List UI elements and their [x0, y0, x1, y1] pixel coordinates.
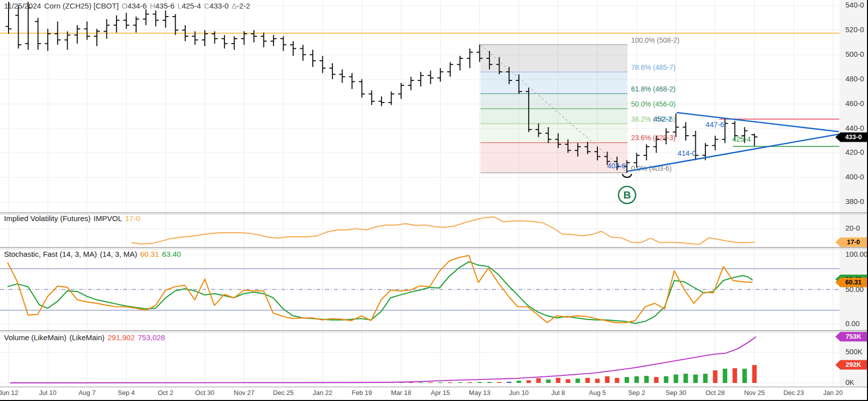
- volume-bar: [615, 378, 619, 383]
- date-label: Jun 10: [509, 389, 529, 396]
- title-change: Δ-2-2: [232, 2, 251, 10]
- title-open: O434-6: [121, 2, 147, 10]
- low-marker-arc[interactable]: [623, 174, 632, 177]
- date-label: Aug 7: [78, 389, 95, 396]
- volume-bar: [467, 382, 472, 383]
- axis-tag-label: 17-0: [847, 238, 860, 246]
- fib-level-label[interactable]: 100.0% (508-2): [631, 36, 680, 44]
- date-label: May 13: [469, 389, 490, 396]
- volume-panel-title[interactable]: Volume (LikeMain) (LikeMain) 291,902 753…: [4, 333, 165, 342]
- price-annotation[interactable]: 447-6: [705, 121, 724, 129]
- volume-bar: [644, 376, 649, 383]
- date-label: Nov 27: [234, 389, 255, 396]
- volume-bar: [752, 365, 757, 383]
- date-label: Aug 5: [589, 389, 606, 396]
- date-label: Mar 18: [391, 389, 411, 396]
- volume-bar: [635, 376, 639, 383]
- price-annotation[interactable]: 414-0: [677, 149, 696, 157]
- chart-title[interactable]: 11/25/2024 Corn (ZCH25) [CBOT] O434-6 H4…: [4, 2, 250, 10]
- volume-bar: [507, 382, 512, 383]
- price-annotation[interactable]: 403-6: [607, 162, 626, 170]
- stoch-axis-label: 0.00: [845, 320, 859, 328]
- stoch-name: Stochastic, Fast (14, 3, MA): [4, 250, 97, 258]
- impvol-name: Implied Volatility (Futures): [4, 214, 91, 223]
- price-axis-label: 480-0: [845, 75, 864, 83]
- volume-bar: [517, 381, 521, 383]
- fib-band[interactable]: [480, 143, 628, 173]
- price-annotation[interactable]: 425-4: [732, 135, 751, 143]
- impvol-axis-label: 20-0: [845, 224, 860, 232]
- volume-bar: [419, 382, 423, 383]
- volume-bar: [664, 376, 668, 383]
- date-label: Sep 30: [666, 389, 686, 396]
- fib-band[interactable]: [480, 109, 628, 124]
- stoch-panel-title[interactable]: Stochastic, Fast (14, 3, MA) (14, 3, MA)…: [4, 250, 181, 258]
- date-label: Jun 12: [0, 389, 19, 396]
- volume-bar: [595, 379, 600, 383]
- price-axis-label: 460-0: [845, 99, 864, 108]
- volume-bar: [477, 382, 482, 383]
- date-label: Jul 8: [551, 389, 565, 396]
- volume-bar: [654, 377, 659, 383]
- volume-bar: [458, 382, 462, 383]
- volume-bar: [713, 370, 717, 383]
- volume-bar: [625, 377, 629, 383]
- price-annotation[interactable]: 452-2: [653, 115, 672, 123]
- b-marker-label[interactable]: B: [623, 189, 631, 201]
- title-close: C433-0: [204, 2, 228, 10]
- stoch-d-line: [8, 262, 753, 324]
- volume-bar: [438, 382, 443, 383]
- fib-band[interactable]: [480, 124, 628, 143]
- fib-band[interactable]: [480, 72, 628, 93]
- date-label: Nov 25: [744, 389, 765, 396]
- stoch-axis-label: 100.00: [845, 250, 867, 258]
- date-label: Apr 15: [431, 389, 450, 396]
- volume-axis-label: 500K: [845, 348, 862, 356]
- volume-bar: [536, 378, 541, 383]
- volume-bar: [497, 382, 502, 383]
- title-high: H435-6: [150, 2, 174, 10]
- price-axis-label: 420-0: [845, 148, 864, 156]
- fib-band[interactable]: [480, 45, 628, 72]
- date-label: Oct 2: [158, 389, 173, 396]
- price-axis-label: 500-0: [845, 50, 864, 58]
- fib-level-label[interactable]: 61.8% (468-2): [631, 85, 676, 93]
- volume-bar: [723, 369, 727, 383]
- price-axis-label: 540-0: [845, 1, 864, 9]
- volume-bar: [703, 374, 708, 383]
- date-label: Oct 28: [705, 389, 724, 396]
- price-axis-label: 440-0: [845, 124, 864, 132]
- date-label: Jul 10: [39, 389, 57, 396]
- fib-band[interactable]: [480, 93, 628, 109]
- price-axis-label: 400-0: [845, 173, 864, 181]
- fib-level-label[interactable]: 50.0% (456-0): [631, 100, 676, 108]
- stoch-k-value: 60.31: [140, 250, 159, 258]
- volume-bar: [605, 376, 609, 383]
- axis-tag-label: 753K: [845, 333, 861, 340]
- volume-bar: [742, 369, 747, 383]
- volume-name: Volume (LikeMain): [4, 333, 66, 342]
- title-date: 11/25/2024: [4, 2, 41, 10]
- impvol-value: 17-0: [125, 214, 140, 223]
- date-label: Dec 25: [273, 389, 294, 396]
- impvol-indicator: IMPVOL: [94, 214, 122, 223]
- impvol-panel-title[interactable]: Implied Volatility (Futures) IMPVOL 17-0: [4, 214, 140, 223]
- volume-current-value: 291,902: [107, 333, 135, 342]
- date-label: Feb 19: [352, 389, 372, 396]
- volume-bar: [546, 379, 551, 383]
- date-label: Sep 4: [118, 389, 135, 396]
- volume-max-value: 753,028: [138, 333, 165, 342]
- fib-level-label[interactable]: 23.6% (428-3): [631, 134, 676, 142]
- volume-bar: [487, 382, 491, 383]
- volume-bar: [683, 374, 688, 383]
- fib-level-label[interactable]: 78.6% (485-7): [631, 63, 676, 71]
- volume-bar: [409, 382, 413, 383]
- volume-total-line: [10, 337, 756, 383]
- volume-bar: [556, 378, 560, 383]
- title-low: L425-4: [178, 2, 201, 10]
- date-label: Jan 20: [823, 389, 843, 396]
- volume-bar: [448, 382, 452, 383]
- volume-bar: [566, 379, 570, 383]
- volume-bar: [527, 380, 531, 383]
- volume-bar: [674, 374, 678, 383]
